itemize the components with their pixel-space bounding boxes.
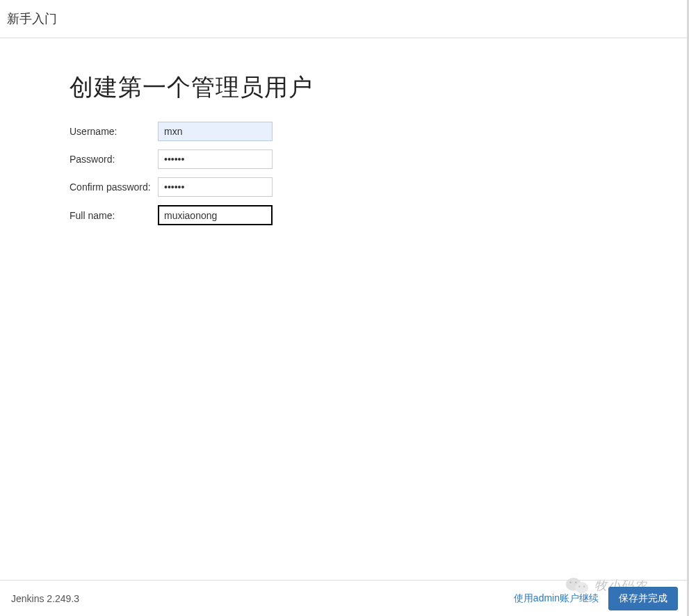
password-label: Password: bbox=[70, 154, 158, 165]
confirm-password-row: Confirm password: bbox=[70, 177, 689, 197]
username-row: Username: bbox=[70, 122, 689, 141]
full-name-input[interactable] bbox=[158, 205, 273, 225]
jenkins-version: Jenkins 2.249.3 bbox=[11, 593, 79, 604]
setup-wizard-footer: Jenkins 2.249.3 使用admin账户继续 保存并完成 bbox=[0, 580, 689, 616]
save-and-finish-button[interactable]: 保存并完成 bbox=[608, 587, 678, 610]
username-label: Username: bbox=[70, 126, 158, 137]
setup-wizard-header: 新手入门 bbox=[0, 0, 689, 38]
skip-admin-button[interactable]: 使用admin账户继续 bbox=[511, 588, 601, 609]
confirm-password-label: Confirm password: bbox=[70, 181, 158, 193]
header-title: 新手入门 bbox=[7, 10, 57, 27]
full-name-row: Full name: bbox=[70, 205, 689, 225]
footer-actions: 使用admin账户继续 保存并完成 bbox=[511, 587, 678, 610]
password-row: Password: bbox=[70, 149, 689, 169]
page-title: 创建第一个管理员用户 bbox=[70, 72, 689, 104]
confirm-password-input[interactable] bbox=[158, 177, 273, 197]
main-content: 创建第一个管理员用户 Username: Password: Confirm p… bbox=[0, 38, 689, 225]
username-input[interactable] bbox=[158, 122, 273, 141]
password-input[interactable] bbox=[158, 149, 273, 169]
full-name-label: Full name: bbox=[70, 210, 158, 221]
